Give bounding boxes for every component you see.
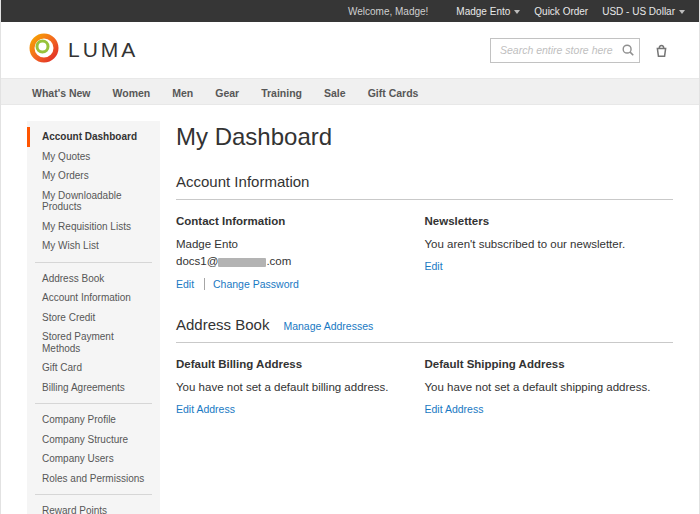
- sidebar-item-my-requisition-lists[interactable]: My Requisition Lists: [27, 217, 160, 237]
- topbar-link-madge-ento[interactable]: Madge Ento: [456, 6, 520, 17]
- default-shipping-block: Default Shipping Address You have not se…: [425, 358, 674, 415]
- sidebar-item-address-book[interactable]: Address Book: [27, 269, 160, 289]
- sidebar-item-stored-payment-methods[interactable]: Stored Payment Methods: [27, 327, 160, 358]
- default-billing-title: Default Billing Address: [176, 358, 405, 370]
- account-information-blocks: Contact Information Madge Ento docs1@.co…: [176, 215, 673, 290]
- email-prefix: docs1@: [176, 255, 218, 267]
- sidebar-item-company-structure[interactable]: Company Structure: [27, 430, 160, 450]
- sidebar-item-my-orders[interactable]: My Orders: [27, 166, 160, 186]
- nav-item-women[interactable]: Women: [102, 79, 162, 104]
- address-book-title: Address Book: [176, 316, 269, 333]
- topbar-links: Madge EntoQuick OrderUSD - US Dollar: [442, 6, 685, 17]
- main-area: My Dashboard Account Information Contact…: [160, 121, 673, 514]
- sidebar-divider: [35, 494, 152, 495]
- chevron-down-icon: [679, 10, 685, 14]
- address-book-blocks: Default Billing Address You have not set…: [176, 358, 673, 415]
- sidebar-item-company-profile[interactable]: Company Profile: [27, 410, 160, 430]
- sidebar-divider: [35, 262, 152, 263]
- welcome-message: Welcome, Madge!: [348, 6, 428, 17]
- main-nav: What's NewWomenMenGearTrainingSaleGift C…: [1, 78, 699, 105]
- address-book-section-head: Address Book Manage Addresses: [176, 316, 673, 343]
- account-sidebar: Account DashboardMy QuotesMy OrdersMy Do…: [27, 121, 160, 514]
- sidebar-item-reward-points[interactable]: Reward Points: [27, 501, 160, 514]
- nav-item-gift-cards[interactable]: Gift Cards: [357, 79, 430, 104]
- sidebar-item-gift-card[interactable]: Gift Card: [27, 358, 160, 378]
- chevron-down-icon: [514, 10, 520, 14]
- luma-logo-icon: [29, 33, 59, 67]
- default-shipping-title: Default Shipping Address: [425, 358, 654, 370]
- sidebar-item-my-quotes[interactable]: My Quotes: [27, 147, 160, 167]
- search-icon[interactable]: [621, 43, 635, 57]
- sidebar-item-account-dashboard[interactable]: Account Dashboard: [27, 127, 160, 147]
- sidebar-divider: [35, 403, 152, 404]
- store-logo[interactable]: LUMA: [29, 33, 138, 67]
- sidebar-item-account-information[interactable]: Account Information: [27, 288, 160, 308]
- account-information-section-head: Account Information: [176, 173, 673, 200]
- nav-item-sale[interactable]: Sale: [313, 79, 357, 104]
- topbar-link-quick-order[interactable]: Quick Order: [534, 6, 588, 17]
- newsletters-status: You aren't subscribed to our newsletter.: [425, 236, 654, 253]
- change-password-link[interactable]: Change Password: [204, 278, 299, 290]
- sidebar-item-my-downloadable-products[interactable]: My Downloadable Products: [27, 186, 160, 217]
- nav-item-what-s-new[interactable]: What's New: [21, 79, 102, 104]
- sidebar-item-my-wish-list[interactable]: My Wish List: [27, 236, 160, 256]
- manage-addresses-link[interactable]: Manage Addresses: [283, 320, 373, 332]
- nav-item-gear[interactable]: Gear: [204, 79, 250, 104]
- email-redacted: [218, 258, 266, 267]
- default-shipping-status: You have not set a default shipping addr…: [425, 379, 654, 396]
- logo-text: LUMA: [68, 38, 138, 62]
- nav-item-training[interactable]: Training: [250, 79, 313, 104]
- contact-email: docs1@.com: [176, 253, 405, 270]
- top-bar: Welcome, Madge! Madge EntoQuick OrderUSD…: [1, 0, 699, 22]
- newsletters-title: Newsletters: [425, 215, 654, 227]
- nav-item-men[interactable]: Men: [161, 79, 204, 104]
- edit-shipping-address-link[interactable]: Edit Address: [425, 403, 484, 415]
- search-input[interactable]: [490, 38, 640, 63]
- newsletters-block: Newsletters You aren't subscribed to our…: [425, 215, 674, 290]
- default-billing-status: You have not set a default billing addre…: [176, 379, 405, 396]
- sidebar-item-roles-and-permissions[interactable]: Roles and Permissions: [27, 469, 160, 489]
- header: LUMA: [1, 22, 699, 78]
- edit-billing-address-link[interactable]: Edit Address: [176, 403, 235, 415]
- sidebar-item-billing-agreements[interactable]: Billing Agreements: [27, 378, 160, 398]
- sidebar-item-company-users[interactable]: Company Users: [27, 449, 160, 469]
- account-information-title: Account Information: [176, 173, 309, 190]
- default-billing-block: Default Billing Address You have not set…: [176, 358, 425, 415]
- content: Account DashboardMy QuotesMy OrdersMy Do…: [1, 105, 699, 514]
- topbar-link-usd-us-dollar[interactable]: USD - US Dollar: [602, 6, 685, 17]
- page: Welcome, Madge! Madge EntoQuick OrderUSD…: [0, 0, 700, 514]
- contact-links: Edit Change Password: [176, 278, 405, 290]
- edit-contact-link[interactable]: Edit: [176, 278, 194, 290]
- contact-information-block: Contact Information Madge Ento docs1@.co…: [176, 215, 425, 290]
- search-box: [490, 38, 640, 63]
- contact-name: Madge Ento: [176, 236, 405, 253]
- page-title: My Dashboard: [176, 123, 673, 151]
- contact-information-title: Contact Information: [176, 215, 405, 227]
- email-suffix: .com: [266, 255, 291, 267]
- edit-newsletters-link[interactable]: Edit: [425, 260, 443, 272]
- cart-icon[interactable]: [652, 40, 671, 60]
- sidebar-item-store-credit[interactable]: Store Credit: [27, 308, 160, 328]
